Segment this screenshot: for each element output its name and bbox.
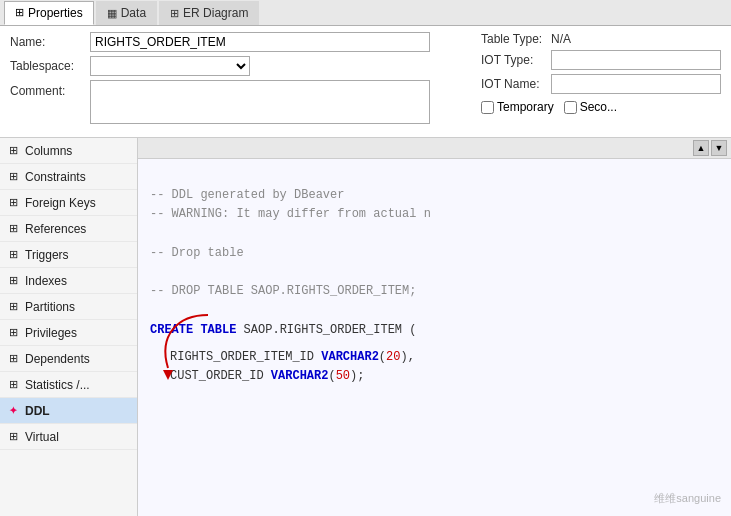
columns-icon: ⊞ [6, 144, 20, 157]
toolbar-down-btn[interactable]: ▼ [711, 140, 727, 156]
editor-toolbar: ▲ ▼ [138, 138, 731, 159]
main-container: ⊞ Properties ▦ Data ⊞ ER Diagram Name: [0, 0, 731, 516]
iot-name-input[interactable] [551, 74, 721, 94]
rights-paren-open: ( [379, 350, 386, 364]
tablespace-value-container [90, 56, 461, 76]
rights-order-line: RIGHTS_ORDER_ITEM_ID VARCHAR2(20), [150, 348, 731, 367]
sidebar-item-dependents[interactable]: ⊞ Dependents [0, 346, 137, 372]
tab-er-label: ER Diagram [183, 6, 248, 20]
cust-id-type: VARCHAR2 [271, 369, 329, 383]
sidebar-item-partitions-label: Partitions [25, 300, 75, 314]
properties-top: Name: Tablespace: Comment: [10, 32, 721, 131]
sidebar-item-constraints[interactable]: ⊞ Constraints [0, 164, 137, 190]
iot-type-input[interactable] [551, 50, 721, 70]
tab-bar: ⊞ Properties ▦ Data ⊞ ER Diagram [0, 0, 731, 26]
iot-type-label: IOT Type: [481, 53, 551, 67]
editor-area: ▲ ▼ -- DDL generated by DBeaver -- WARNI… [138, 138, 731, 516]
sidebar-item-references-label: References [25, 222, 86, 236]
tab-data-label: Data [121, 6, 146, 20]
sidebar-item-indexes[interactable]: ⊞ Indexes [0, 268, 137, 294]
secondary-checkbox-item: Seco... [564, 100, 617, 114]
toolbar-up-btn[interactable]: ▲ [693, 140, 709, 156]
properties-left: Name: Tablespace: Comment: [10, 32, 461, 131]
comment-line-3: -- Drop table [150, 246, 244, 260]
temporary-checkbox-item: Temporary [481, 100, 554, 114]
svg-marker-0 [163, 370, 173, 380]
sidebar-item-foreign-keys-label: Foreign Keys [25, 196, 96, 210]
sidebar-item-triggers-label: Triggers [25, 248, 69, 262]
ddl-icon: ✦ [6, 405, 20, 416]
sidebar-item-constraints-label: Constraints [25, 170, 86, 184]
tablespace-row: Tablespace: [10, 56, 461, 76]
dependents-icon: ⊞ [6, 352, 20, 365]
tablespace-select[interactable] [90, 56, 250, 76]
comment-line-1: -- DDL generated by DBeaver [150, 188, 344, 202]
name-input[interactable] [90, 32, 430, 52]
references-icon: ⊞ [6, 222, 20, 235]
tab-properties-label: Properties [28, 6, 83, 20]
er-tab-icon: ⊞ [170, 7, 179, 20]
sidebar-item-privileges-label: Privileges [25, 326, 77, 340]
secondary-checkbox[interactable] [564, 101, 577, 114]
sidebar-item-ddl-label: DDL [25, 404, 50, 418]
sidebar-item-virtual-label: Virtual [25, 430, 59, 444]
comment-line-4: -- DROP TABLE SAOP.RIGHTS_ORDER_ITEM; [150, 284, 416, 298]
temporary-checkbox[interactable] [481, 101, 494, 114]
tab-properties[interactable]: ⊞ Properties [4, 1, 94, 25]
cust-paren-close: ); [350, 369, 364, 383]
table-type-row: Table Type: N/A [481, 32, 721, 46]
content-area: ⊞ Columns ⊞ Constraints ⊞ Foreign Keys ⊞… [0, 138, 731, 516]
arrow-section: RIGHTS_ORDER_ITEM_ID VARCHAR2(20), CUST_… [138, 348, 731, 386]
create-table-name: SAOP.RIGHTS_ORDER_ITEM ( [236, 323, 416, 337]
data-tab-icon: ▦ [107, 7, 117, 20]
comment-row: Comment: [10, 80, 461, 127]
sidebar-item-ddl[interactable]: ✦ DDL [0, 398, 137, 424]
tab-data[interactable]: ▦ Data [96, 1, 157, 25]
red-arrow-svg [148, 310, 228, 380]
table-type-value: N/A [551, 32, 571, 46]
sidebar-item-statistics[interactable]: ⊞ Statistics /... [0, 372, 137, 398]
secondary-label: Seco... [580, 100, 617, 114]
watermark: 维维sanguine [654, 491, 721, 506]
sidebar-item-columns-label: Columns [25, 144, 72, 158]
sidebar-item-triggers[interactable]: ⊞ Triggers [0, 242, 137, 268]
virtual-icon: ⊞ [6, 430, 20, 443]
rights-id-type: VARCHAR2 [321, 350, 379, 364]
properties-right: Table Type: N/A IOT Type: IOT Name: [481, 32, 721, 131]
name-value-container [90, 32, 461, 52]
privileges-icon: ⊞ [6, 326, 20, 339]
sidebar: ⊞ Columns ⊞ Constraints ⊞ Foreign Keys ⊞… [0, 138, 138, 516]
sidebar-item-partitions[interactable]: ⊞ Partitions [0, 294, 137, 320]
checkbox-row: Temporary Seco... [481, 100, 721, 114]
sidebar-item-foreign-keys[interactable]: ⊞ Foreign Keys [0, 190, 137, 216]
sidebar-item-dependents-label: Dependents [25, 352, 90, 366]
sidebar-item-virtual[interactable]: ⊞ Virtual [0, 424, 137, 450]
sidebar-item-columns[interactable]: ⊞ Columns [0, 138, 137, 164]
cust-order-line: CUST_ORDER_ID VARCHAR2(50); [150, 367, 731, 386]
sidebar-item-statistics-label: Statistics /... [25, 378, 90, 392]
sidebar-item-references[interactable]: ⊞ References [0, 216, 137, 242]
partitions-icon: ⊞ [6, 300, 20, 313]
rights-paren-close: ), [400, 350, 414, 364]
sidebar-item-privileges[interactable]: ⊞ Privileges [0, 320, 137, 346]
properties-area: Name: Tablespace: Comment: [0, 26, 731, 138]
comment-label: Comment: [10, 84, 90, 98]
cust-size: 50 [336, 369, 350, 383]
indexes-icon: ⊞ [6, 274, 20, 287]
tab-er-diagram[interactable]: ⊞ ER Diagram [159, 1, 259, 25]
statistics-icon: ⊞ [6, 378, 20, 391]
comment-value-container [90, 80, 461, 127]
triggers-icon: ⊞ [6, 248, 20, 261]
table-type-label: Table Type: [481, 32, 551, 46]
iot-name-label: IOT Name: [481, 77, 551, 91]
name-row: Name: [10, 32, 461, 52]
temporary-label: Temporary [497, 100, 554, 114]
tablespace-label: Tablespace: [10, 59, 90, 73]
sidebar-item-indexes-label: Indexes [25, 274, 67, 288]
constraints-icon: ⊞ [6, 170, 20, 183]
iot-name-row: IOT Name: [481, 74, 721, 94]
comment-line-2: -- WARNING: It may differ from actual n [150, 207, 431, 221]
foreign-keys-icon: ⊞ [6, 196, 20, 209]
iot-type-row: IOT Type: [481, 50, 721, 70]
comment-textarea[interactable] [90, 80, 430, 124]
